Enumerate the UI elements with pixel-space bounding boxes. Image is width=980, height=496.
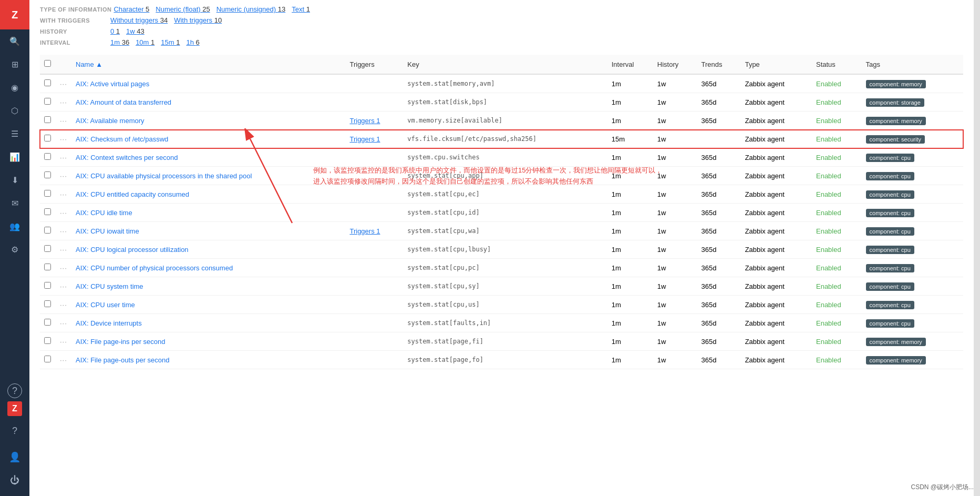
row-checkbox[interactable] xyxy=(44,319,51,326)
table-row: ···AIX: CPU number of physical processor… xyxy=(40,259,963,277)
row-checkbox[interactable] xyxy=(44,153,51,160)
row-name[interactable]: AIX: CPU user time xyxy=(71,296,345,314)
row-dots-menu[interactable]: ··· xyxy=(56,148,71,167)
row-name[interactable]: AIX: Context switches per second xyxy=(71,148,345,167)
row-checkbox[interactable] xyxy=(44,171,51,178)
chart-icon[interactable]: 📊 xyxy=(0,145,29,168)
row-name[interactable]: AIX: Amount of data transferred xyxy=(71,93,345,112)
row-checkbox[interactable] xyxy=(44,282,51,289)
zabbix-logo[interactable]: Z xyxy=(0,0,29,29)
row-checkbox[interactable] xyxy=(44,337,51,344)
download-icon[interactable]: ⬇ xyxy=(0,168,29,191)
row-checkbox[interactable] xyxy=(44,245,51,252)
header-checkbox[interactable] xyxy=(40,55,56,74)
row-triggers[interactable]: Triggers 1 xyxy=(345,222,403,240)
items-table-container[interactable]: Name ▲ Triggers Key Interval History Tre… xyxy=(29,55,974,496)
row-checkbox[interactable] xyxy=(44,300,51,307)
scrollbar[interactable] xyxy=(974,0,980,496)
settings-icon[interactable]: ⚙ xyxy=(0,238,29,261)
row-name[interactable]: AIX: CPU iowait time xyxy=(71,222,345,240)
row-checkbox[interactable] xyxy=(44,208,51,215)
row-dots-menu[interactable]: ··· xyxy=(56,112,71,130)
row-checkbox[interactable] xyxy=(44,98,51,105)
row-checkbox[interactable] xyxy=(44,227,51,234)
row-dots-menu[interactable]: ··· xyxy=(56,130,71,148)
row-status: Enabled xyxy=(812,351,862,369)
zabbix-bottom-icon[interactable]: Z xyxy=(7,401,22,416)
filter-interval-10m[interactable]: 10m 1 xyxy=(136,38,154,46)
row-dots-menu[interactable]: ··· xyxy=(56,332,71,351)
row-dots-menu[interactable]: ··· xyxy=(56,259,71,277)
filter-numeric-float[interactable]: Numeric (float) 25 xyxy=(156,5,210,13)
row-dots-menu[interactable]: ··· xyxy=(56,74,71,93)
row-name[interactable]: AIX: Active virtual pages xyxy=(71,74,345,93)
row-name[interactable]: AIX: Available memory xyxy=(71,112,345,130)
row-checkbox[interactable] xyxy=(44,190,51,197)
row-trends: 365d xyxy=(697,148,741,167)
power-icon[interactable]: ⏻ xyxy=(0,469,29,492)
sidebar: Z 🔍 ⊞ ◉ ⬡ ☰ 📊 ⬇ ✉ 👥 ⚙ ? Z ? 👤 ⏻ xyxy=(0,0,29,496)
row-history: 1w xyxy=(653,222,697,240)
row-type: Zabbix agent xyxy=(741,204,812,222)
row-key: system.stat[faults,in] xyxy=(403,314,607,332)
row-dots-menu[interactable]: ··· xyxy=(56,296,71,314)
header-triggers: Triggers xyxy=(345,55,403,74)
row-triggers xyxy=(345,314,403,332)
support-icon[interactable]: ? xyxy=(7,383,22,398)
filter-interval-1m[interactable]: 1m 36 xyxy=(110,38,129,46)
row-name[interactable]: AIX: CPU logical processor utilization xyxy=(71,240,345,259)
table-row: ···AIX: Context switches per secondsyste… xyxy=(40,148,963,167)
row-name[interactable]: AIX: CPU available physical processors i… xyxy=(71,167,345,185)
filter-text[interactable]: Text 1 xyxy=(292,5,310,13)
eye-icon[interactable]: ◉ xyxy=(0,76,29,99)
header-history: History xyxy=(653,55,697,74)
row-status: Enabled xyxy=(812,222,862,240)
row-dots-menu[interactable]: ··· xyxy=(56,167,71,185)
filter-without-triggers[interactable]: Without triggers 34 xyxy=(110,16,168,24)
filter-history-1w[interactable]: 1w 43 xyxy=(126,27,145,35)
row-name[interactable]: AIX: CPU number of physical processors c… xyxy=(71,259,345,277)
filter-history-0[interactable]: 0 1 xyxy=(110,27,120,35)
row-history: 1w xyxy=(653,112,697,130)
row-tags: component: cpu xyxy=(862,167,963,185)
row-status: Enabled xyxy=(812,314,862,332)
dashboard-icon[interactable]: ⊞ xyxy=(0,53,29,76)
row-name[interactable]: AIX: CPU entitled capacity consumed xyxy=(71,185,345,204)
list-icon[interactable]: ☰ xyxy=(0,122,29,145)
user-icon[interactable]: 👤 xyxy=(0,446,29,469)
filter-interval-15m[interactable]: 15m 1 xyxy=(161,38,180,46)
filter-with-triggers[interactable]: With triggers 10 xyxy=(174,16,222,24)
row-name[interactable]: AIX: File page-outs per second xyxy=(71,351,345,369)
row-name[interactable]: AIX: Checksum of /etc/passwd xyxy=(71,130,345,148)
row-checkbox[interactable] xyxy=(44,264,51,270)
search-icon[interactable]: 🔍 xyxy=(0,29,29,53)
row-triggers[interactable]: Triggers 1 xyxy=(345,112,403,130)
row-name[interactable]: AIX: CPU idle time xyxy=(71,204,345,222)
users-icon[interactable]: 👥 xyxy=(0,215,29,238)
row-dots-menu[interactable]: ··· xyxy=(56,351,71,369)
select-all-checkbox[interactable] xyxy=(44,60,51,67)
row-checkbox[interactable] xyxy=(44,116,51,123)
row-dots-menu[interactable]: ··· xyxy=(56,204,71,222)
filter-interval-1h[interactable]: 1h 6 xyxy=(186,38,199,46)
header-name[interactable]: Name ▲ xyxy=(71,55,345,74)
row-dots-menu[interactable]: ··· xyxy=(56,314,71,332)
row-name[interactable]: AIX: CPU system time xyxy=(71,277,345,296)
mail-icon[interactable]: ✉ xyxy=(0,191,29,215)
row-checkbox[interactable] xyxy=(44,356,51,362)
row-checkbox[interactable] xyxy=(44,135,51,141)
row-dots-menu[interactable]: ··· xyxy=(56,277,71,296)
row-interval: 1m xyxy=(607,185,653,204)
help-icon[interactable]: ? xyxy=(0,419,29,442)
row-checkbox[interactable] xyxy=(44,79,51,86)
row-dots-menu[interactable]: ··· xyxy=(56,240,71,259)
row-name[interactable]: AIX: Device interrupts xyxy=(71,314,345,332)
row-dots-menu[interactable]: ··· xyxy=(56,93,71,112)
network-icon[interactable]: ⬡ xyxy=(0,99,29,122)
row-name[interactable]: AIX: File page-ins per second xyxy=(71,332,345,351)
filter-numeric-unsigned[interactable]: Numeric (unsigned) 13 xyxy=(216,5,286,13)
row-dots-menu[interactable]: ··· xyxy=(56,222,71,240)
row-dots-menu[interactable]: ··· xyxy=(56,185,71,204)
filter-character[interactable]: Character 5 xyxy=(114,5,149,13)
row-triggers[interactable]: Triggers 1 xyxy=(345,130,403,148)
